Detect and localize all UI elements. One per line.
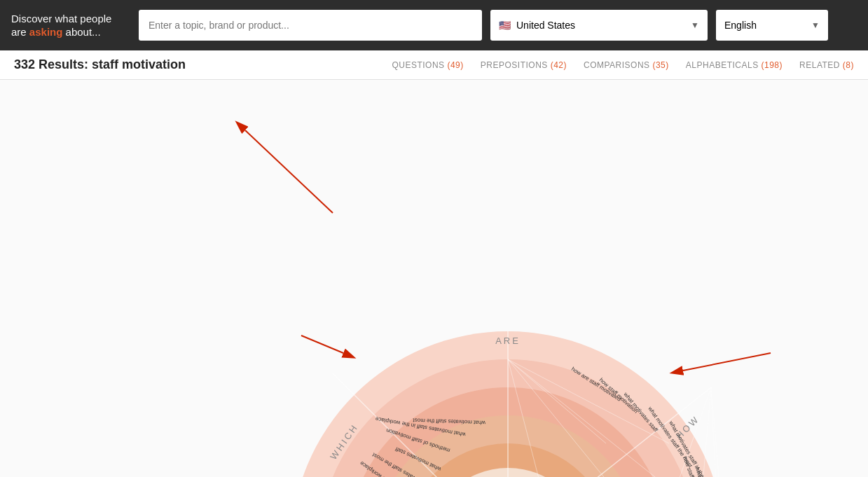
svg-line-50 [245,130,333,213]
section-are: ARE [495,336,521,346]
header: Discover what peopleare asking about... … [0,0,868,50]
language-select[interactable]: English ▼ [716,10,828,41]
tab-questions[interactable]: QUESTIONS (49) [392,60,463,70]
result-count: 332 Results: staff motivation [14,57,196,72]
country-label: United States [516,20,575,31]
search-input[interactable] [139,10,482,41]
wheel-svg: staff motivation ARE HOW WHAT WHY WHICH … [263,303,753,478]
tab-alphabeticals[interactable]: ALPHABETICALS (198) [686,60,783,70]
wheel-container: staff motivation ARE HOW WHAT WHY WHICH … [263,303,753,478]
toolbar: 332 Results: staff motivation QUESTIONS … [0,50,868,80]
chevron-down-icon: ▼ [691,20,699,30]
tab-comparisons[interactable]: COMPARISONS (35) [584,60,669,70]
country-select[interactable]: 🇺🇸 United States ▼ [490,10,708,41]
header-tagline: Discover what peopleare asking about... [11,12,130,39]
tagline-text: Discover what peopleare asking about... [11,13,111,39]
chevron-down-icon: ▼ [811,20,820,30]
country-flag: 🇺🇸 [499,20,511,31]
tabs: QUESTIONS (49) PREPOSITIONS (42) COMPARI… [392,60,854,70]
tab-prepositions[interactable]: PREPOSITIONS (42) [481,60,567,70]
tab-related[interactable]: RELATED (8) [799,60,854,70]
main-content: staff motivation ARE HOW WHAT WHY WHICH … [0,80,868,477]
svg-line-20 [711,387,722,478]
asking-word: asking [29,26,63,38]
language-label: English [724,20,757,31]
